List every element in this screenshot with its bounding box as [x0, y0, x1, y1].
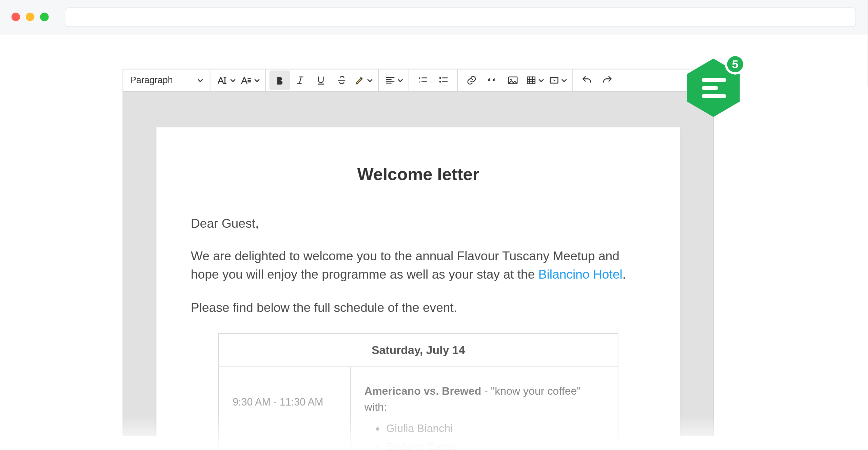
svg-point-3: [439, 81, 441, 82]
highlight-dropdown[interactable]: [352, 71, 375, 90]
window-minimize-dot[interactable]: [26, 13, 34, 21]
undo-button[interactable]: [576, 71, 597, 90]
schedule-time-cell: 9:30 AM - 11:30 AM: [219, 367, 351, 450]
schedule-day-header: Saturday, July 14: [219, 334, 618, 367]
svg-rect-6: [527, 77, 535, 84]
window-zoom-dot[interactable]: [40, 13, 48, 21]
case-dropdown[interactable]: [214, 71, 238, 90]
schedule-table: Saturday, July 14 9:30 AM - 11:30 AM Ame…: [218, 333, 618, 450]
address-bar[interactable]: [65, 7, 856, 26]
schedule-body-cell: Americano vs. Brewed - "know your coffee…: [351, 367, 618, 450]
badge-count: 5: [725, 54, 746, 75]
intro-text-post: .: [623, 267, 626, 282]
font-size-dropdown[interactable]: [238, 71, 262, 90]
table-dropdown[interactable]: [523, 71, 546, 90]
list-item: Giulia Bianchi: [386, 420, 604, 436]
bulleted-list-button[interactable]: [433, 71, 454, 90]
media-dropdown[interactable]: [546, 71, 569, 90]
strikethrough-button[interactable]: [331, 71, 352, 90]
browser-chrome: [0, 0, 868, 34]
schedule-intro-line: Please find below the full schedule of t…: [191, 299, 646, 317]
svg-text:1: 1: [419, 76, 420, 79]
image-button[interactable]: [502, 71, 523, 90]
document-page[interactable]: Welcome letter Dear Guest, We are deligh…: [156, 127, 680, 450]
numbered-list-button[interactable]: 1 2: [413, 71, 433, 90]
align-dropdown[interactable]: [382, 71, 405, 90]
table-row: 9:30 AM - 11:30 AM Americano vs. Brewed …: [219, 367, 618, 450]
heading-dropdown-label: Paragraph: [130, 75, 173, 85]
editor-toolbar: Paragraph: [123, 69, 713, 92]
svg-text:2: 2: [419, 80, 420, 84]
heading-dropdown[interactable]: Paragraph: [123, 69, 210, 91]
document-title: Welcome letter: [191, 162, 646, 187]
blockquote-button[interactable]: [482, 71, 502, 90]
link-button[interactable]: [461, 71, 482, 90]
badge-lines-icon: [702, 78, 726, 98]
italic-button[interactable]: [290, 71, 311, 90]
session-title-bold: Americano vs. Brewed: [364, 385, 481, 397]
window-close-dot[interactable]: [12, 13, 20, 21]
editor-container: Paragraph: [123, 69, 714, 436]
redo-button[interactable]: [597, 71, 618, 90]
session-title: Americano vs. Brewed - "know your coffee…: [364, 383, 604, 415]
intro-paragraph: We are delighted to welcome you to the a…: [191, 247, 646, 284]
greeting-line: Dear Guest,: [191, 214, 646, 232]
bold-button[interactable]: [269, 71, 290, 90]
svg-point-2: [439, 77, 441, 79]
list-item: Stefano Garau: [386, 438, 604, 450]
hotel-link[interactable]: Bilancino Hotel: [538, 267, 623, 282]
speakers-list: Giulia Bianchi Stefano Garau: [364, 420, 604, 450]
svg-point-5: [510, 79, 512, 80]
product-badge[interactable]: 5: [685, 56, 742, 119]
window-controls: [12, 13, 49, 21]
underline-button[interactable]: [311, 71, 331, 90]
